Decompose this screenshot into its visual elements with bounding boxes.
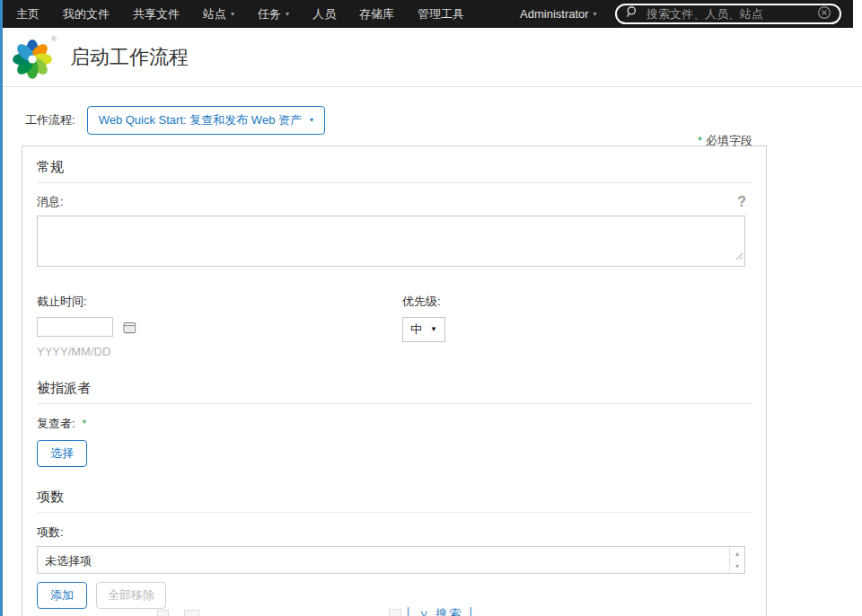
items-section: 项数 项数: 未选择项 ▲ ▼ 添加 全部移除 <box>37 488 752 609</box>
reviewer-label: 复查者: <box>37 417 75 430</box>
message-field-row: 消息: ? <box>37 194 752 210</box>
due-priority-row: 截止时间: YYYY/MM/DD 优先级: 中 ▼ <box>37 294 752 358</box>
due-date-input-row <box>37 317 402 337</box>
nav-item-label: 任务 <box>258 6 281 22</box>
required-star: * <box>82 417 86 430</box>
workflow-type-dropdown[interactable]: Web Quick Start: 复查和发布 Web 资产 ▾ <box>87 106 325 135</box>
clipped-element-fragment <box>184 610 199 616</box>
alfresco-logo: ® <box>12 36 55 79</box>
page-title: 启动工作流程 <box>70 44 189 71</box>
page-header: ® 启动工作流程 <box>0 28 862 87</box>
due-date-label: 截止时间: <box>37 294 402 310</box>
clipped-text-fragment: │ ∨ 搜索 │ <box>405 606 477 616</box>
user-menu[interactable]: Administrator ▾ <box>508 7 609 21</box>
workflow-label: 工作流程: <box>25 112 75 128</box>
calendar-icon[interactable] <box>123 321 136 334</box>
clear-search-icon[interactable] <box>817 5 831 23</box>
nav-item-label: 管理工具 <box>418 6 464 22</box>
workflow-type-selected: Web Quick Start: 复查和发布 Web 资产 <box>99 112 302 128</box>
required-note-text: 必填字段 <box>706 134 752 147</box>
section-title-assignees: 被指派者 <box>37 380 752 404</box>
nav-item-label: 主页 <box>16 6 40 22</box>
date-format-hint: YYYY/MM/DD <box>37 345 402 358</box>
nav-item-label: 共享文件 <box>133 6 180 22</box>
listbox-scrollbar[interactable]: ▲ ▼ <box>729 547 744 573</box>
nav-item-my-files[interactable]: 我的文件 <box>51 6 121 22</box>
registered-trademark-icon: ® <box>51 35 57 43</box>
assignees-section: 被指派者 复查者: * 选择 <box>37 380 752 467</box>
nav-item-admin-tools[interactable]: 管理工具 <box>406 6 476 22</box>
nav-item-label: 存储库 <box>359 6 394 22</box>
priority-select[interactable]: 中 ▼ <box>402 317 445 342</box>
message-label: 消息: <box>37 194 64 210</box>
nav-item-shared-files[interactable]: 共享文件 <box>121 6 191 22</box>
chevron-down-icon: ▾ <box>286 11 289 18</box>
priority-group: 优先级: 中 ▼ <box>402 294 445 358</box>
nav-item-home[interactable]: 主页 <box>13 6 51 22</box>
nav-item-label: 我的文件 <box>63 6 110 22</box>
search-input[interactable] <box>645 6 811 22</box>
priority-selected-value: 中 <box>410 321 422 338</box>
due-date-input[interactable] <box>37 317 113 337</box>
scroll-up-icon[interactable]: ▲ <box>734 550 741 557</box>
items-buttons-row: 添加 全部移除 <box>37 582 752 609</box>
nav-item-sites[interactable]: 站点 ▾ <box>191 6 246 22</box>
priority-label: 优先级: <box>402 294 445 310</box>
message-textarea-wrap <box>37 216 745 267</box>
nav-item-repository[interactable]: 存储库 <box>347 6 406 22</box>
alfresco-flower-icon <box>12 36 53 79</box>
message-textarea[interactable] <box>37 216 745 267</box>
workflow-selector-row: 工作流程: Web Quick Start: 复查和发布 Web 资产 ▾ <box>25 106 862 135</box>
chevron-down-icon: ▾ <box>310 117 313 124</box>
nav-item-tasks[interactable]: 任务 ▾ <box>246 6 301 22</box>
chevron-down-icon: ▾ <box>231 11 234 18</box>
workflow-form-panel: 常规 消息: ? 截止时间: <box>22 145 767 616</box>
global-search-box <box>615 4 841 24</box>
top-navbar: 主页 我的文件 共享文件 站点 ▾ 任务 ▾ 人员 存储库 管理工具 Admin… <box>0 0 853 28</box>
nav-item-label: 站点 <box>203 6 226 22</box>
add-items-button[interactable]: 添加 <box>37 582 87 609</box>
items-label: 项数: <box>37 524 752 541</box>
no-items-selected-text: 未选择项 <box>38 547 729 573</box>
select-reviewer-button[interactable]: 选择 <box>37 440 87 467</box>
user-menu-label: Administrator <box>520 7 589 21</box>
selected-items-listbox[interactable]: 未选择项 ▲ ▼ <box>37 546 745 574</box>
chevron-down-icon: ▾ <box>594 11 597 18</box>
search-icon[interactable] <box>625 5 638 22</box>
resize-handle-icon[interactable] <box>734 248 743 264</box>
section-title-general: 常规 <box>37 159 752 183</box>
reviewer-label-row: 复查者: * <box>37 416 752 432</box>
scroll-down-icon[interactable]: ▼ <box>734 563 741 569</box>
page-left-accent-edge <box>0 0 3 616</box>
due-date-group: 截止时间: YYYY/MM/DD <box>37 294 402 358</box>
section-title-items: 项数 <box>37 488 752 513</box>
chevron-down-icon: ▼ <box>430 326 437 333</box>
required-fields-note: *必填字段 <box>698 133 752 149</box>
clipped-element-fragment <box>157 610 169 616</box>
nav-item-label: 人员 <box>312 6 336 22</box>
help-icon[interactable]: ? <box>737 194 752 210</box>
remove-all-button[interactable]: 全部移除 <box>96 582 166 609</box>
clipped-element-fragment <box>389 609 401 616</box>
nav-item-people[interactable]: 人员 <box>301 6 347 22</box>
required-star: * <box>698 134 702 147</box>
